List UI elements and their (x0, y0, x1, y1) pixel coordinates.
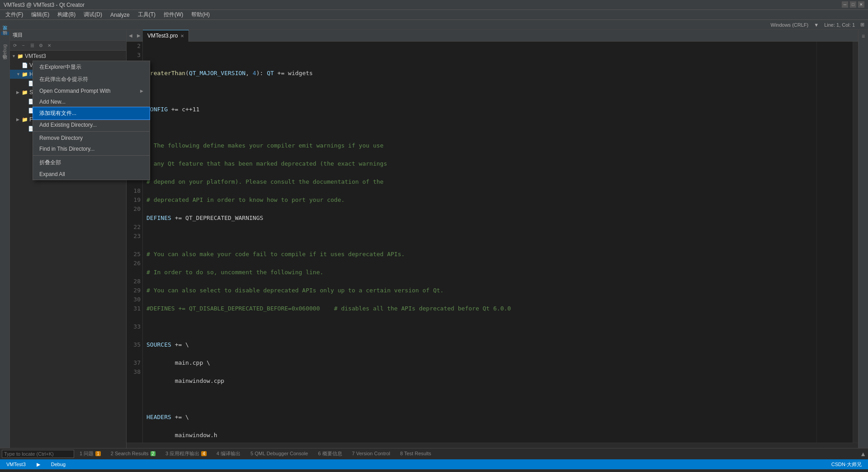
window-controls: ─ □ ✕ (842, 1, 864, 8)
tab-nav-back[interactable]: ◀ (127, 31, 135, 41)
tree-arrow: ▶ (16, 90, 21, 95)
title-bar: VMTest3 @ VMTest3 - Qt Creator ─ □ ✕ (0, 0, 868, 10)
ctx-label: Add Existing Directory... (39, 122, 97, 128)
left-sidebar-panel: 发现 编辑 Debug 项目 (0, 30, 10, 448)
close-panel-button[interactable]: ✕ (45, 42, 53, 50)
bottom-tab-vcs[interactable]: 7 Version Control (348, 448, 395, 459)
bottom-tab-summary[interactable]: 6 概要信息 (313, 448, 346, 459)
ctx-label: 在Explorer中显示 (39, 63, 81, 71)
problem-badge: 1 (95, 451, 101, 456)
ctx-open-cmd[interactable]: 在此弹出命令提示符 (33, 73, 150, 86)
ctx-label: Add New... (39, 99, 66, 105)
expand-bottom-icon[interactable]: ▲ (860, 450, 866, 458)
folder-icon: 📁 (22, 90, 28, 95)
ctx-label: Expand All (39, 171, 65, 177)
bottom-tab-app-output[interactable]: 3 应用程序输出 4 (161, 448, 211, 459)
bottom-tab-search[interactable]: 2 Search Results 2 (106, 448, 160, 459)
ctx-label: Find in This Directory... (39, 146, 94, 152)
tree-arrow: ▼ (12, 54, 16, 58)
sidebar-item-projects[interactable]: 发现 (1, 32, 9, 35)
search-input[interactable] (2, 450, 74, 458)
menu-file[interactable]: 文件(F) (2, 10, 27, 19)
collapse-button[interactable]: − (19, 42, 28, 50)
vertical-scrollbar[interactable] (853, 42, 858, 443)
menu-build[interactable]: 构建(B) (54, 10, 79, 19)
folder-icon: 📁 (22, 72, 28, 77)
menu-analyze[interactable]: Analyze (107, 11, 133, 19)
ctx-label: Remove Directory (39, 135, 83, 141)
maximize-button[interactable]: □ (850, 1, 856, 8)
tab-label: 5 QML Debugger Console (250, 451, 308, 456)
tab-label: VMTest3.pro (147, 33, 178, 39)
close-button[interactable]: ✕ (858, 1, 864, 8)
submenu-arrow-icon: ▶ (140, 89, 143, 93)
editor-area: ◀ ▶ VMTest3.pro ✕ 2 3 5 7 8 9 10 11 13 (127, 30, 858, 448)
code-area[interactable]: 2 3 5 7 8 9 10 11 13 14 15 16 18 19 20 (127, 42, 858, 443)
search-badge: 2 (151, 451, 156, 456)
ctx-open-cmd-with[interactable]: Open Command Prompt With ▶ (33, 86, 150, 96)
project-panel-header: 项目 (10, 30, 126, 41)
menu-edit[interactable]: 编辑(E) (28, 10, 53, 19)
bottom-tab-tests[interactable]: 8 Test Results (396, 448, 436, 459)
tab-bar: ◀ ▶ VMTest3.pro ✕ (127, 30, 858, 42)
status-bar: VMTest3 ▶ Debug CSDN·大师兄 (0, 459, 868, 469)
ctx-separator2 (33, 155, 150, 156)
tree-item-root[interactable]: ▼ 📁 VMTest3 (10, 52, 126, 61)
bottom-tab-qml[interactable]: 5 QML Debugger Console (246, 448, 312, 459)
right-panel: ≡ (858, 30, 868, 448)
status-label: VMTest3 (6, 462, 26, 467)
tab-nav-forward[interactable]: ▶ (135, 31, 143, 41)
run-icon: ▶ (37, 462, 40, 467)
project-toolbar: ⟳ − ☰ ⚙ ✕ (10, 41, 126, 51)
file-icon: 📄 (22, 62, 28, 68)
sync-button[interactable]: ⟳ (11, 42, 19, 50)
menu-tools[interactable]: 工具(T) (134, 10, 159, 19)
status-debug-btn[interactable]: Debug (48, 459, 68, 469)
tree-arrow: ▶ (16, 117, 21, 122)
right-panel-icon1[interactable]: ≡ (859, 32, 868, 41)
settings-button[interactable]: ⚙ (37, 42, 45, 50)
minimap (816, 42, 853, 443)
separator: ▼ (814, 22, 819, 28)
horizontal-scrollbar[interactable] (127, 443, 858, 448)
status-run[interactable]: ▶ (34, 459, 43, 469)
ctx-collapse-all[interactable]: 折叠全部 (33, 157, 150, 169)
ctx-label: 折叠全部 (39, 159, 61, 167)
menu-help[interactable]: 帮助(H) (188, 10, 213, 19)
ctx-find-in-dir[interactable]: Find in This Directory... (33, 143, 150, 154)
tab-label: 1 问题 (80, 450, 94, 457)
ctx-expand-all[interactable]: Expand All (33, 169, 150, 180)
sidebar-item-edit[interactable]: 编辑 (1, 37, 9, 41)
menu-controls[interactable]: 控件(W) (160, 10, 187, 19)
code-editor[interactable]: greaterThan(QT_MAJOR_VERSION, 4): QT += … (143, 42, 816, 443)
minimize-button[interactable]: ─ (842, 1, 848, 8)
status-brand: CSDN·大师兄 (829, 459, 864, 469)
expand-button[interactable]: ⊞ (860, 22, 864, 28)
bottom-tab-compile[interactable]: 4 编译输出 (212, 448, 245, 459)
editor-tab-vmtest3pro[interactable]: VMTest3.pro ✕ (143, 30, 189, 42)
ctx-remove-directory[interactable]: Remove Directory (33, 133, 150, 143)
line-ending-selector[interactable]: Windows (CRLF) (771, 22, 809, 28)
tab-label: 4 编译输出 (217, 450, 241, 457)
folder-icon: 📁 (22, 117, 28, 123)
main-layout: 发现 编辑 Debug 项目 项目 ⟳ − ☰ ⚙ ✕ ▼ 📁 VMTest3 … (0, 30, 868, 448)
ctx-label: 添加现有文件... (39, 110, 76, 117)
bottom-tab-problems[interactable]: 1 问题 1 (75, 448, 105, 459)
tab-label: 7 Version Control (352, 451, 390, 456)
sidebar-item-debug[interactable]: Debug (1, 43, 8, 59)
tab-label: 8 Test Results (400, 451, 431, 456)
ctx-label: Open Command Prompt With (39, 88, 110, 94)
ctx-add-new[interactable]: Add New... (33, 96, 150, 107)
tab-label: 2 Search Results (111, 451, 149, 456)
menu-debug[interactable]: 调试(D) (80, 10, 106, 19)
sidebar-item-project[interactable]: 项目 (1, 61, 9, 65)
tree-label: VMTest3 (25, 53, 46, 59)
ctx-add-existing-dir[interactable]: Add Existing Directory... (33, 119, 150, 130)
filter-button[interactable]: ☰ (28, 42, 36, 50)
ctx-show-in-explorer[interactable]: 在Explorer中显示 (33, 61, 150, 73)
position-info: Line: 1, Col: 1 (824, 22, 855, 28)
status-debug[interactable]: VMTest3 (4, 459, 28, 469)
tab-label: 3 应用程序输出 (165, 450, 199, 457)
ctx-add-existing-files[interactable]: 添加现有文件... (33, 107, 150, 119)
tab-close-button[interactable]: ✕ (180, 33, 184, 38)
